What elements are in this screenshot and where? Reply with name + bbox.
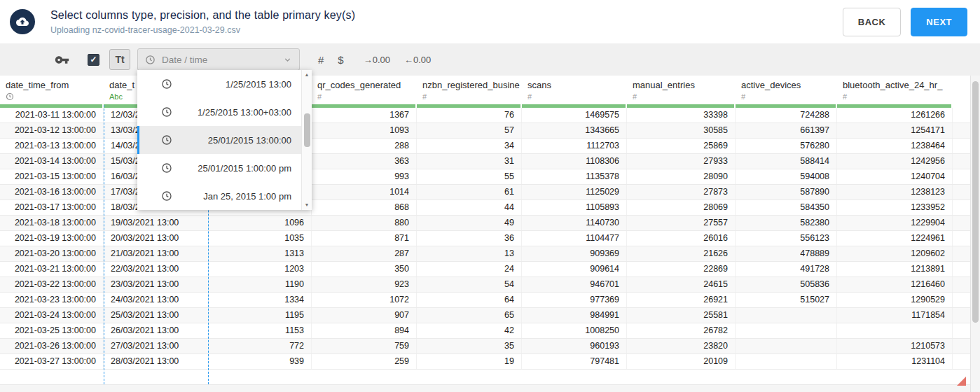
table-row[interactable]: 2021-03-20 13:00:0021/03/2021 13:0013132… [0, 246, 980, 262]
table-cell[interactable]: 1238123 [837, 185, 953, 200]
table-cell[interactable]: 1035 [209, 231, 312, 246]
column-header-active_devices[interactable]: active_devices # [736, 78, 837, 103]
table-cell[interactable]: 772 [209, 339, 312, 354]
table-cell[interactable]: 1334 [209, 293, 312, 307]
table-cell[interactable] [736, 354, 837, 369]
table-cell[interactable]: 2021-03-13 13:00:00 [0, 139, 104, 153]
table-cell[interactable]: 515027 [736, 293, 837, 307]
table-cell[interactable]: 76 [417, 108, 522, 122]
format-dropdown-item[interactable]: 1/25/2015 13:00 [137, 70, 301, 98]
table-cell[interactable]: 556123 [736, 231, 837, 246]
table-cell[interactable]: 1195 [209, 308, 312, 323]
vertical-scrollbar-thumb[interactable] [972, 81, 979, 323]
table-cell[interactable]: 28/03/2021 13:00 [104, 354, 209, 369]
table-cell[interactable]: 1096 [209, 216, 312, 230]
table-cell[interactable]: 20/03/2021 13:00 [104, 231, 209, 246]
table-cell[interactable]: 871 [312, 231, 417, 246]
table-row[interactable]: 2021-03-19 13:00:0020/03/2021 13:0010358… [0, 231, 980, 246]
table-cell[interactable]: 797481 [522, 354, 627, 369]
table-cell[interactable]: 55 [417, 169, 522, 184]
table-cell[interactable]: 350 [312, 262, 417, 276]
table-row[interactable]: 2021-03-25 13:00:0026/03/2021 13:0011538… [0, 323, 980, 339]
table-cell[interactable]: 584350 [736, 200, 837, 215]
table-cell[interactable]: 2021-03-27 13:00:00 [0, 354, 104, 369]
table-cell[interactable]: 1203 [209, 262, 312, 276]
table-cell[interactable]: 1008250 [522, 323, 627, 338]
table-row[interactable]: 2021-03-21 13:00:0022/03/2021 13:0012033… [0, 262, 980, 277]
table-cell[interactable]: 1343665 [522, 123, 627, 138]
table-cell[interactable]: 31 [417, 154, 522, 169]
table-cell[interactable]: 1224961 [837, 231, 953, 246]
table-cell[interactable]: 960193 [522, 339, 627, 354]
table-cell[interactable]: 27557 [627, 216, 736, 230]
table-cell[interactable]: 868 [312, 200, 417, 215]
vertical-scrollbar[interactable] [970, 76, 980, 392]
table-cell[interactable]: 1153 [209, 323, 312, 338]
table-cell[interactable]: 19/03/2021 13:00 [104, 216, 209, 230]
table-cell[interactable]: 13 [417, 246, 522, 261]
table-cell[interactable]: 61 [417, 185, 522, 200]
table-cell[interactable]: 20109 [627, 354, 736, 369]
table-cell[interactable]: 2021-03-24 13:00:00 [0, 308, 104, 323]
table-cell[interactable]: 1171854 [837, 308, 953, 323]
table-cell[interactable]: 26782 [627, 323, 736, 338]
table-cell[interactable]: 21/03/2021 13:00 [104, 246, 209, 261]
table-cell[interactable]: 25581 [627, 308, 736, 323]
table-cell[interactable]: 259 [312, 354, 417, 369]
table-cell[interactable]: 27873 [627, 185, 736, 200]
table-cell[interactable]: 28090 [627, 169, 736, 184]
table-cell[interactable]: 44 [417, 200, 522, 215]
table-row[interactable]: 2021-03-24 13:00:0025/03/2021 13:0011959… [0, 308, 980, 323]
table-cell[interactable]: 759 [312, 339, 417, 354]
table-cell[interactable]: 26016 [627, 231, 736, 246]
table-cell[interactable]: 2021-03-18 13:00:00 [0, 216, 104, 230]
table-cell[interactable] [837, 323, 953, 338]
table-cell[interactable]: 1112703 [522, 139, 627, 153]
table-cell[interactable]: 54 [417, 277, 522, 292]
table-cell[interactable]: 946701 [522, 277, 627, 292]
table-cell[interactable]: 23820 [627, 339, 736, 354]
scroll-up-icon[interactable]: ▲ [305, 71, 310, 78]
number-type-button[interactable]: # [318, 54, 324, 66]
table-cell[interactable]: 2021-03-19 13:00:00 [0, 231, 104, 246]
table-cell[interactable]: 42 [417, 323, 522, 338]
table-cell[interactable]: 1261266 [837, 108, 953, 122]
table-cell[interactable]: 21626 [627, 246, 736, 261]
dropdown-scrollbar-thumb[interactable] [304, 113, 310, 147]
table-cell[interactable]: 1216460 [837, 277, 953, 292]
format-dropdown-item[interactable]: 25/01/2015 1:00:00 pm [137, 154, 301, 182]
table-row[interactable]: 2021-03-18 13:00:0019/03/2021 13:0010968… [0, 216, 980, 231]
table-cell[interactable]: 23/03/2021 13:00 [104, 277, 209, 292]
column-header-nzbn_registered_busine[interactable]: nzbn_registered_busine # [417, 78, 522, 103]
table-cell[interactable]: 24 [417, 262, 522, 276]
table-cell[interactable]: 1093 [312, 123, 417, 138]
text-type-button[interactable]: Tt [109, 49, 130, 70]
table-cell[interactable]: 2021-03-12 13:00:00 [0, 123, 104, 138]
table-cell[interactable]: 2021-03-16 13:00:00 [0, 185, 104, 200]
table-cell[interactable]: 2021-03-22 13:00:00 [0, 277, 104, 292]
table-cell[interactable]: 880 [312, 216, 417, 230]
table-cell[interactable]: 1240704 [837, 169, 953, 184]
table-cell[interactable]: 1140730 [522, 216, 627, 230]
table-cell[interactable]: 288 [312, 139, 417, 153]
table-cell[interactable]: 2021-03-15 13:00:00 [0, 169, 104, 184]
table-cell[interactable]: 57 [417, 123, 522, 138]
dropdown-scrollbar[interactable]: ▲ ▼ [301, 70, 312, 210]
table-cell[interactable]: 1231104 [837, 354, 953, 369]
table-cell[interactable]: 2021-03-25 13:00:00 [0, 323, 104, 338]
table-cell[interactable]: 1213891 [837, 262, 953, 276]
table-cell[interactable]: 2021-03-14 13:00:00 [0, 154, 104, 169]
table-cell[interactable]: 1469575 [522, 108, 627, 122]
table-cell[interactable] [736, 308, 837, 323]
table-cell[interactable]: 1242956 [837, 154, 953, 169]
table-cell[interactable]: 491728 [736, 262, 837, 276]
table-cell[interactable]: 1108306 [522, 154, 627, 169]
table-cell[interactable]: 24/03/2021 13:00 [104, 293, 209, 307]
table-cell[interactable]: 2021-03-11 13:00:00 [0, 108, 104, 122]
table-cell[interactable]: 909369 [522, 246, 627, 261]
table-cell[interactable]: 2021-03-26 13:00:00 [0, 339, 104, 354]
table-cell[interactable]: 724288 [736, 108, 837, 122]
type-select[interactable]: Date / time [137, 48, 300, 71]
table-cell[interactable]: 582380 [736, 216, 837, 230]
table-cell[interactable]: 1254171 [837, 123, 953, 138]
